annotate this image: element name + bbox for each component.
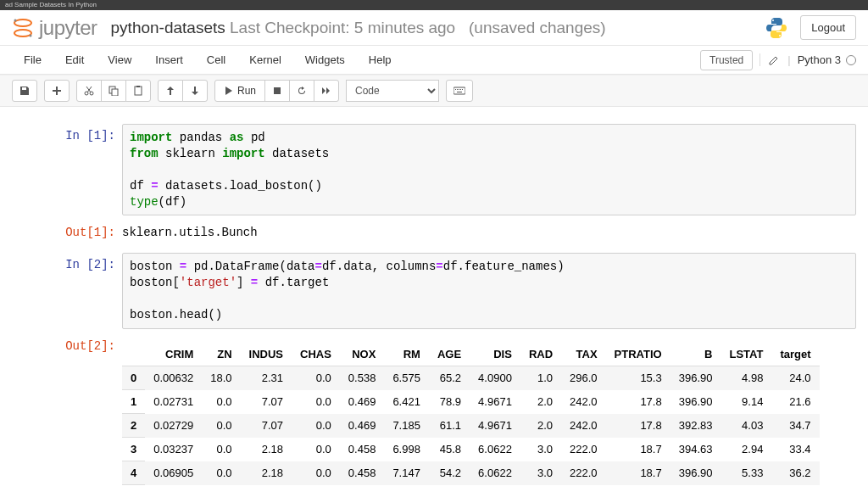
cell-value: 2.31 (241, 366, 292, 390)
cell-value: 0.0 (292, 414, 340, 438)
cell-value: 296.0 (561, 366, 606, 390)
notebook-name[interactable]: python-datasets (111, 19, 225, 36)
interrupt-button[interactable] (264, 80, 290, 102)
menu-insert[interactable]: Insert (143, 48, 195, 71)
cell-value: 0.0 (292, 366, 340, 390)
restart-run-all-button[interactable] (314, 80, 339, 102)
svg-point-5 (779, 35, 781, 36)
code-cell[interactable]: In [1]: import pandas as pd from sklearn… (12, 124, 856, 215)
cell-value: 7.07 (241, 390, 292, 414)
menu-edit[interactable]: Edit (53, 48, 96, 71)
cell-value: 34.7 (771, 414, 819, 438)
cell-type-select[interactable]: Code (346, 80, 439, 102)
menu-view[interactable]: View (96, 48, 143, 71)
cell-value: 18.7 (606, 461, 670, 485)
cell-value: 2.18 (241, 438, 292, 461)
cell-value: 0.0 (292, 461, 340, 485)
cell-value: 3.0 (520, 438, 561, 461)
cut-button[interactable] (76, 80, 102, 102)
svg-rect-13 (453, 87, 465, 94)
dataframe-table: CRIMZNINDUSCHASNOXRMAGEDISRADTAXPTRATIOB… (122, 343, 820, 485)
command-palette-button[interactable] (446, 80, 473, 102)
toolbar: Run Code (0, 75, 868, 107)
add-cell-button[interactable] (44, 80, 70, 102)
cell-value: 0.03237 (145, 438, 202, 461)
copy-button[interactable] (101, 80, 126, 102)
code-cell[interactable]: In [2]: boston = pd.DataFrame(data=df.da… (12, 253, 856, 329)
move-up-button[interactable] (158, 80, 183, 102)
row-index: 2 (122, 414, 145, 438)
cell-value: 4.9671 (470, 390, 520, 414)
svg-rect-11 (136, 86, 140, 87)
cell-value: 24.0 (771, 366, 819, 390)
cell-value: 2.0 (520, 390, 561, 414)
svg-rect-18 (462, 89, 463, 90)
output-prompt: Out[2]: (12, 334, 122, 490)
svg-point-0 (14, 20, 31, 26)
cell-value: 6.998 (384, 438, 429, 461)
menu-bar: File Edit View Insert Cell Kernel Widget… (0, 46, 868, 75)
cell-value: 1.0 (520, 366, 561, 390)
cell-value: 394.63 (670, 438, 721, 461)
svg-rect-19 (457, 92, 462, 92)
cell-value: 9.14 (721, 390, 771, 414)
keyboard-icon (453, 86, 465, 96)
svg-point-4 (772, 20, 774, 21)
notebook-container: In [1]: import pandas as pd from sklearn… (0, 107, 868, 503)
notebook-title[interactable]: python-datasets Last Checkpoint: 5 minut… (111, 19, 765, 37)
edit-icon[interactable] (769, 55, 779, 65)
row-index: 0 (122, 366, 145, 390)
save-button[interactable] (12, 80, 37, 102)
column-header: target (771, 343, 819, 366)
logout-button[interactable]: Logout (800, 15, 856, 40)
code-input[interactable]: import pandas as pd from sklearn import … (122, 124, 856, 215)
paste-button[interactable] (125, 80, 151, 102)
cell-value: 65.2 (429, 366, 470, 390)
cell-value: 0.469 (340, 390, 385, 414)
svg-rect-10 (135, 87, 142, 95)
cell-value: 33.4 (771, 438, 819, 461)
column-header: DIS (470, 343, 520, 366)
output-prompt: Out[1]: (12, 221, 122, 244)
cell-value: 6.421 (384, 390, 429, 414)
column-header: CRIM (145, 343, 202, 366)
svg-rect-16 (459, 89, 459, 90)
cell-value: 4.98 (721, 366, 771, 390)
cell-value: 222.0 (561, 438, 606, 461)
code-input[interactable]: boston = pd.DataFrame(data=df.data, colu… (122, 253, 856, 329)
cell-value: 21.6 (771, 390, 819, 414)
cell-value: 2.94 (721, 438, 771, 461)
column-header: ZN (202, 343, 240, 366)
restart-button[interactable] (289, 80, 314, 102)
column-header: TAX (561, 343, 606, 366)
svg-rect-14 (455, 89, 456, 90)
menu-file[interactable]: File (12, 48, 53, 71)
kernel-name[interactable]: Python 3 (798, 53, 841, 66)
table-row: 10.027310.07.070.00.4696.42178.94.96712.… (122, 390, 820, 414)
svg-point-2 (14, 19, 17, 21)
cell-value: 396.90 (670, 461, 721, 485)
trusted-badge[interactable]: Trusted (700, 50, 753, 70)
cell-value: 3.0 (520, 461, 561, 485)
svg-point-3 (30, 34, 32, 36)
cell-value: 396.90 (670, 366, 721, 390)
cell-value: 392.83 (670, 414, 721, 438)
cell-value: 15.3 (606, 366, 670, 390)
cell-value: 0.02731 (145, 390, 202, 414)
menu-kernel[interactable]: Kernel (237, 48, 293, 71)
move-down-button[interactable] (182, 80, 208, 102)
menu-help[interactable]: Help (357, 48, 403, 71)
cell-value: 7.07 (241, 414, 292, 438)
menu-cell[interactable]: Cell (195, 48, 237, 71)
menu-widgets[interactable]: Widgets (293, 48, 357, 71)
cell-value: 0.00632 (145, 366, 202, 390)
cell-value: 6.575 (384, 366, 429, 390)
run-button[interactable]: Run (214, 80, 265, 102)
input-prompt: In [2]: (12, 253, 122, 329)
svg-rect-17 (460, 89, 461, 90)
cell-value: 0.458 (340, 461, 385, 485)
cell-value: 242.0 (561, 414, 606, 438)
jupyter-logo[interactable]: jupyter (12, 16, 97, 40)
cell-value: 18.0 (202, 366, 240, 390)
cell-value: 36.2 (771, 461, 819, 485)
